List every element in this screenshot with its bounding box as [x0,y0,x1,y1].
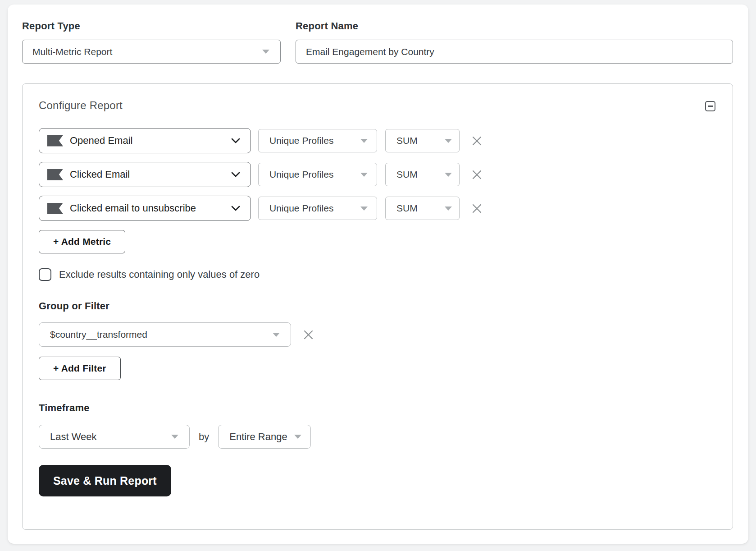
aggregate-value: SUM [396,203,445,214]
report-builder-card: Report Type Multi-Metric Report Report N… [8,5,748,544]
measurement-value: Unique Profiles [269,203,360,214]
timeframe-granularity-value: Entire Range [229,431,287,443]
close-icon [472,170,482,180]
caret-down-icon [445,173,452,177]
chevron-down-icon [230,202,241,214]
aggregate-select[interactable]: SUM [385,163,460,186]
exclude-zero-row: Exclude results containing only values o… [39,268,715,281]
remove-metric-button[interactable] [471,135,482,146]
metric-select[interactable]: Opened Email [39,128,251,153]
metric-name: Opened Email [70,135,230,147]
by-label: by [199,431,209,443]
measurement-value: Unique Profiles [269,169,360,180]
report-type-field: Report Type Multi-Metric Report [22,20,281,64]
measurement-select[interactable]: Unique Profiles [258,197,377,220]
aggregate-value: SUM [396,169,445,180]
metric-select[interactable]: Clicked Email [39,162,251,187]
timeframe-range-value: Last Week [50,431,171,443]
group-or-filter-label: Group or Filter [39,300,715,312]
report-name-field: Report Name [296,20,733,64]
metric-name: Clicked email to unsubscribe [70,202,230,214]
collapse-panel-button[interactable] [705,101,715,111]
measurement-select[interactable]: Unique Profiles [258,129,377,152]
remove-group-button[interactable] [303,329,314,340]
caret-down-icon [294,435,301,439]
timeframe-label: Timeframe [39,402,715,414]
chevron-down-icon [230,169,241,180]
report-type-value: Multi-Metric Report [32,46,262,57]
group-filter-row: $country__transformed [39,322,715,347]
panel-header: Configure Report [39,96,715,112]
report-type-label: Report Type [22,20,281,32]
chevron-down-icon [230,135,241,147]
remove-metric-button[interactable] [471,169,482,180]
measurement-value: Unique Profiles [269,135,360,146]
timeframe-range-select[interactable]: Last Week [39,425,190,449]
caret-down-icon [360,207,368,211]
group-by-value: $country__transformed [50,329,273,340]
flag-icon [47,203,63,214]
minus-icon [708,106,713,107]
caret-down-icon [273,333,280,337]
aggregate-select[interactable]: SUM [385,129,460,152]
caret-down-icon [445,139,452,143]
metric-select[interactable]: Clicked email to unsubscribe [39,196,251,221]
group-by-select[interactable]: $country__transformed [39,322,291,347]
close-icon [472,136,482,146]
add-metric-button[interactable]: + Add Metric [39,230,125,253]
remove-metric-button[interactable] [471,203,482,214]
metric-name: Clicked Email [70,169,230,180]
metric-row: Clicked Email Unique Profiles SUM [39,162,715,187]
caret-down-icon [445,207,452,211]
configure-report-panel: Configure Report Opened Email Unique Pro… [22,83,733,530]
aggregate-select[interactable]: SUM [385,197,460,220]
caret-down-icon [360,139,368,143]
close-icon [303,330,314,340]
flag-icon [47,135,63,147]
report-name-label: Report Name [296,20,733,32]
metric-row: Opened Email Unique Profiles SUM [39,128,715,153]
timeframe-row: Last Week by Entire Range [39,425,715,449]
flag-icon [47,169,63,180]
metric-list: Opened Email Unique Profiles SUM [39,128,715,221]
add-filter-button[interactable]: + Add Filter [39,357,121,380]
measurement-select[interactable]: Unique Profiles [258,163,377,186]
panel-title: Configure Report [39,96,123,112]
close-icon [472,203,482,214]
caret-down-icon [360,173,368,177]
exclude-zero-label: Exclude results containing only values o… [59,269,260,280]
caret-down-icon [262,50,269,54]
save-and-run-report-button[interactable]: Save & Run Report [39,465,171,496]
report-header-row: Report Type Multi-Metric Report Report N… [22,20,733,64]
timeframe-granularity-select[interactable]: Entire Range [218,425,310,449]
report-type-select[interactable]: Multi-Metric Report [22,40,281,64]
exclude-zero-checkbox[interactable] [39,268,51,281]
aggregate-value: SUM [396,135,445,146]
metric-row: Clicked email to unsubscribe Unique Prof… [39,196,715,221]
caret-down-icon [171,435,178,439]
report-name-input[interactable] [296,40,733,64]
